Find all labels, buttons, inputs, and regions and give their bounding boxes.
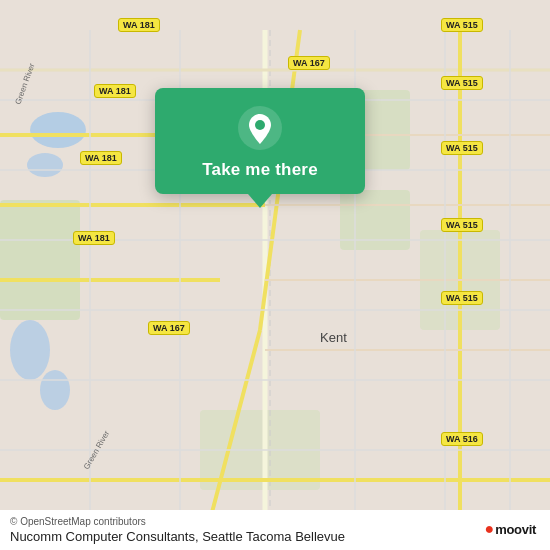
road-badge-wa167-2: WA 167	[148, 321, 190, 335]
road-badge-wa515-3: WA 515	[441, 141, 483, 155]
copyright-text: © OpenStreetMap contributors	[10, 516, 540, 527]
road-badge-wa515-5: WA 515	[441, 291, 483, 305]
kent-label: Kent	[320, 330, 347, 345]
svg-point-1	[30, 112, 86, 148]
popup-label: Take me there	[202, 160, 318, 180]
road-badge-wa515-1: WA 515	[441, 18, 483, 32]
road-badge-wa181-1: WA 181	[118, 18, 160, 32]
road-badge-wa181-4: WA 181	[73, 231, 115, 245]
road-badge-wa167-1: WA 167	[288, 56, 330, 70]
road-badge-wa181-3: WA 181	[80, 151, 122, 165]
svg-point-4	[40, 370, 70, 410]
moovit-logo: ● moovit	[481, 518, 540, 540]
moovit-dot: ●	[485, 520, 495, 538]
svg-point-3	[10, 320, 50, 380]
popup-card[interactable]: Take me there	[155, 88, 365, 194]
bottom-bar: © OpenStreetMap contributors Nucomm Comp…	[0, 510, 550, 550]
location-name: Nucomm Computer Consultants, Seattle Tac…	[10, 529, 540, 544]
road-badge-wa516-1: WA 516	[441, 432, 483, 446]
road-badge-wa515-4: WA 515	[441, 218, 483, 232]
svg-point-38	[255, 120, 265, 130]
road-badge-wa515-2: WA 515	[441, 76, 483, 90]
moovit-text: moovit	[495, 522, 536, 537]
svg-rect-5	[0, 200, 80, 320]
location-pin-icon	[238, 106, 282, 150]
map-container: Green River Green River WA 181 WA 515 WA…	[0, 0, 550, 550]
svg-point-2	[27, 153, 63, 177]
svg-rect-7	[340, 190, 410, 250]
road-badge-wa181-2: WA 181	[94, 84, 136, 98]
